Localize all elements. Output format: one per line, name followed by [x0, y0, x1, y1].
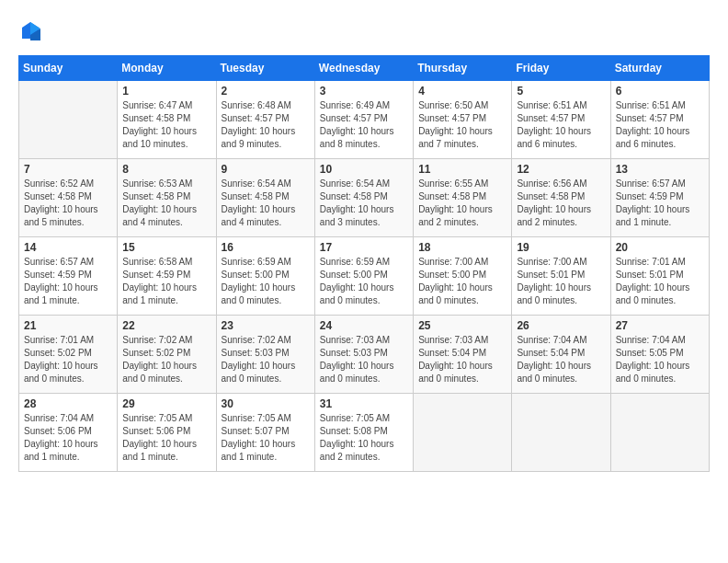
- day-info: Sunrise: 7:03 AM Sunset: 5:03 PM Dayligh…: [320, 334, 408, 385]
- day-number: 24: [320, 319, 408, 332]
- calendar-body: 1Sunrise: 6:47 AM Sunset: 4:58 PM Daylig…: [19, 80, 710, 471]
- calendar-cell: 29Sunrise: 7:05 AM Sunset: 5:06 PM Dayli…: [118, 393, 216, 471]
- day-number: 2: [222, 85, 310, 98]
- calendar-cell: 1Sunrise: 6:47 AM Sunset: 4:58 PM Daylig…: [118, 80, 216, 158]
- day-info: Sunrise: 7:02 AM Sunset: 5:02 PM Dayligh…: [122, 334, 210, 385]
- day-info: Sunrise: 6:50 AM Sunset: 4:57 PM Dayligh…: [418, 99, 506, 151]
- day-info: Sunrise: 7:00 AM Sunset: 5:01 PM Dayligh…: [517, 256, 605, 307]
- calendar-cell: 20Sunrise: 7:01 AM Sunset: 5:01 PM Dayli…: [610, 236, 709, 315]
- calendar-cell: 21Sunrise: 7:01 AM Sunset: 5:02 PM Dayli…: [19, 315, 118, 393]
- day-number: 29: [122, 397, 210, 410]
- day-info: Sunrise: 6:48 AM Sunset: 4:57 PM Dayligh…: [222, 99, 310, 151]
- calendar-cell: [610, 393, 709, 471]
- calendar-cell: 4Sunrise: 6:50 AM Sunset: 4:57 PM Daylig…: [414, 80, 512, 158]
- day-info: Sunrise: 6:59 AM Sunset: 5:00 PM Dayligh…: [222, 256, 310, 307]
- day-number: 1: [122, 85, 210, 98]
- logo: [18, 18, 42, 40]
- day-number: 6: [616, 85, 704, 98]
- day-info: Sunrise: 7:01 AM Sunset: 5:02 PM Dayligh…: [24, 334, 112, 385]
- calendar-cell: 12Sunrise: 6:56 AM Sunset: 4:58 PM Dayli…: [512, 158, 610, 236]
- day-info: Sunrise: 7:04 AM Sunset: 5:04 PM Dayligh…: [517, 334, 605, 385]
- calendar-cell: 8Sunrise: 6:53 AM Sunset: 4:58 PM Daylig…: [118, 158, 216, 236]
- calendar-cell: 30Sunrise: 7:05 AM Sunset: 5:07 PM Dayli…: [216, 393, 314, 471]
- calendar-week-row: 28Sunrise: 7:04 AM Sunset: 5:06 PM Dayli…: [19, 393, 710, 471]
- calendar-cell: 5Sunrise: 6:51 AM Sunset: 4:57 PM Daylig…: [512, 80, 610, 158]
- calendar-cell: 7Sunrise: 6:52 AM Sunset: 4:58 PM Daylig…: [19, 158, 118, 236]
- day-info: Sunrise: 6:53 AM Sunset: 4:58 PM Dayligh…: [122, 178, 210, 229]
- day-number: 16: [222, 241, 310, 254]
- day-number: 4: [418, 85, 506, 98]
- calendar-cell: 28Sunrise: 7:04 AM Sunset: 5:06 PM Dayli…: [19, 393, 118, 471]
- day-number: 31: [320, 397, 408, 410]
- weekday-header-cell: Sunday: [19, 55, 118, 80]
- day-info: Sunrise: 6:54 AM Sunset: 4:58 PM Dayligh…: [222, 178, 310, 229]
- calendar-cell: 24Sunrise: 7:03 AM Sunset: 5:03 PM Dayli…: [314, 315, 413, 393]
- calendar-cell: 11Sunrise: 6:55 AM Sunset: 4:58 PM Dayli…: [414, 158, 512, 236]
- weekday-header-cell: Wednesday: [314, 55, 413, 80]
- day-info: Sunrise: 7:04 AM Sunset: 5:06 PM Dayligh…: [24, 412, 112, 464]
- day-number: 9: [222, 163, 310, 176]
- day-number: 18: [418, 241, 506, 254]
- day-number: 15: [122, 241, 210, 254]
- calendar-table: SundayMondayTuesdayWednesdayThursdayFrid…: [18, 55, 710, 472]
- day-number: 19: [517, 241, 605, 254]
- day-info: Sunrise: 7:05 AM Sunset: 5:06 PM Dayligh…: [122, 412, 210, 464]
- day-number: 10: [320, 163, 408, 176]
- day-number: 23: [222, 319, 310, 332]
- day-number: 25: [418, 319, 506, 332]
- day-info: Sunrise: 6:51 AM Sunset: 4:57 PM Dayligh…: [517, 99, 605, 151]
- calendar-cell: 31Sunrise: 7:05 AM Sunset: 5:08 PM Dayli…: [314, 393, 413, 471]
- day-info: Sunrise: 7:01 AM Sunset: 5:01 PM Dayligh…: [616, 256, 704, 307]
- day-number: 26: [517, 319, 605, 332]
- day-info: Sunrise: 6:59 AM Sunset: 5:00 PM Dayligh…: [320, 256, 408, 307]
- day-number: 30: [222, 397, 310, 410]
- calendar-cell: 15Sunrise: 6:58 AM Sunset: 4:59 PM Dayli…: [118, 236, 216, 315]
- day-info: Sunrise: 6:58 AM Sunset: 4:59 PM Dayligh…: [122, 256, 210, 307]
- calendar-cell: [512, 393, 610, 471]
- day-number: 20: [616, 241, 704, 254]
- calendar-cell: [19, 80, 118, 158]
- day-number: 14: [24, 241, 112, 254]
- page-header: [18, 18, 710, 40]
- day-info: Sunrise: 7:02 AM Sunset: 5:03 PM Dayligh…: [222, 334, 310, 385]
- day-number: 13: [616, 163, 704, 176]
- day-info: Sunrise: 6:47 AM Sunset: 4:58 PM Dayligh…: [122, 99, 210, 151]
- day-info: Sunrise: 6:51 AM Sunset: 4:57 PM Dayligh…: [616, 99, 704, 151]
- day-info: Sunrise: 7:00 AM Sunset: 5:00 PM Dayligh…: [418, 256, 506, 307]
- day-number: 21: [24, 319, 112, 332]
- day-number: 11: [418, 163, 506, 176]
- calendar-cell: 13Sunrise: 6:57 AM Sunset: 4:59 PM Dayli…: [610, 158, 709, 236]
- calendar-cell: 14Sunrise: 6:57 AM Sunset: 4:59 PM Dayli…: [19, 236, 118, 315]
- calendar-week-row: 7Sunrise: 6:52 AM Sunset: 4:58 PM Daylig…: [19, 158, 710, 236]
- day-number: 27: [616, 319, 704, 332]
- calendar-cell: 16Sunrise: 6:59 AM Sunset: 5:00 PM Dayli…: [216, 236, 314, 315]
- calendar-week-row: 14Sunrise: 6:57 AM Sunset: 4:59 PM Dayli…: [19, 236, 710, 315]
- calendar-cell: 23Sunrise: 7:02 AM Sunset: 5:03 PM Dayli…: [216, 315, 314, 393]
- day-number: 17: [320, 241, 408, 254]
- day-info: Sunrise: 6:55 AM Sunset: 4:58 PM Dayligh…: [418, 178, 506, 229]
- weekday-header-cell: Tuesday: [216, 55, 314, 80]
- calendar-cell: 18Sunrise: 7:00 AM Sunset: 5:00 PM Dayli…: [414, 236, 512, 315]
- calendar-cell: 17Sunrise: 6:59 AM Sunset: 5:00 PM Dayli…: [314, 236, 413, 315]
- calendar-cell: [414, 393, 512, 471]
- day-info: Sunrise: 7:05 AM Sunset: 5:07 PM Dayligh…: [222, 412, 310, 464]
- day-number: 8: [122, 163, 210, 176]
- day-number: 12: [517, 163, 605, 176]
- day-info: Sunrise: 6:52 AM Sunset: 4:58 PM Dayligh…: [24, 178, 112, 229]
- weekday-header-cell: Friday: [512, 55, 610, 80]
- day-number: 22: [122, 319, 210, 332]
- calendar-cell: 27Sunrise: 7:04 AM Sunset: 5:05 PM Dayli…: [610, 315, 709, 393]
- calendar-cell: 25Sunrise: 7:03 AM Sunset: 5:04 PM Dayli…: [414, 315, 512, 393]
- weekday-header-cell: Saturday: [610, 55, 709, 80]
- day-number: 3: [320, 85, 408, 98]
- day-info: Sunrise: 6:56 AM Sunset: 4:58 PM Dayligh…: [517, 178, 605, 229]
- day-info: Sunrise: 6:49 AM Sunset: 4:57 PM Dayligh…: [320, 99, 408, 151]
- day-info: Sunrise: 7:04 AM Sunset: 5:05 PM Dayligh…: [616, 334, 704, 385]
- day-info: Sunrise: 7:05 AM Sunset: 5:08 PM Dayligh…: [320, 412, 408, 464]
- weekday-header-row: SundayMondayTuesdayWednesdayThursdayFrid…: [19, 55, 710, 80]
- calendar-week-row: 21Sunrise: 7:01 AM Sunset: 5:02 PM Dayli…: [19, 315, 710, 393]
- logo-icon: [20, 20, 40, 40]
- calendar-cell: 6Sunrise: 6:51 AM Sunset: 4:57 PM Daylig…: [610, 80, 709, 158]
- weekday-header-cell: Monday: [118, 55, 216, 80]
- calendar-cell: 3Sunrise: 6:49 AM Sunset: 4:57 PM Daylig…: [314, 80, 413, 158]
